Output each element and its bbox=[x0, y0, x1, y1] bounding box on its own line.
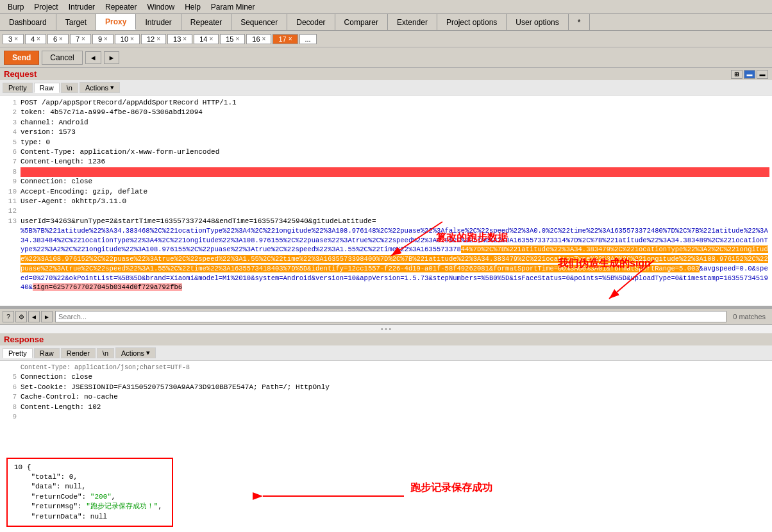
request-editor-tabs: Pretty Raw \n Actions ▾ bbox=[0, 80, 772, 96]
search-bar: ? ⚙ ◄ ► 0 matches bbox=[0, 308, 772, 325]
num-tab-4[interactable]: 4 × bbox=[25, 34, 46, 44]
code-line-4: 4version: 1573 bbox=[3, 128, 769, 137]
code-line-6: 6Content-Type: application/x-www-form-ur… bbox=[3, 147, 769, 157]
top-tab-bar: Dashboard Target Proxy Intruder Repeater… bbox=[0, 14, 772, 31]
num-tab-17[interactable]: 17 × bbox=[273, 34, 298, 44]
tab-decoder[interactable]: Decoder bbox=[287, 14, 335, 30]
nav-back-button[interactable]: ◄ bbox=[85, 51, 101, 64]
code-line-1: 1POST /app/appSportRecord/appAddSportRec… bbox=[3, 98, 769, 108]
tab-extender[interactable]: Extender bbox=[388, 14, 437, 30]
code-line-2: 2token: 4b57c71a-a999-4fbe-8670-5306abd1… bbox=[3, 108, 769, 117]
tab-user-options[interactable]: User options bbox=[507, 14, 568, 30]
cancel-button[interactable]: Cancel bbox=[42, 51, 82, 65]
request-code-area[interactable]: 1POST /app/appSportRecord/appAddSportRec… bbox=[0, 96, 772, 306]
num-tab-7[interactable]: 7 × bbox=[70, 34, 91, 44]
code-line-9: 9Connection: close bbox=[3, 177, 769, 187]
request-tab-newline[interactable]: \n bbox=[61, 83, 78, 93]
view-bottom-icon[interactable]: ▬ bbox=[757, 70, 768, 79]
tab-proxy[interactable]: Proxy bbox=[96, 14, 136, 30]
resp-line-0: Content-Type: application/json;charset=U… bbox=[3, 363, 769, 372]
resp-line-3: 7Cache-Control: no-cache bbox=[3, 392, 769, 402]
send-button[interactable]: Send bbox=[4, 51, 39, 65]
menu-burp[interactable]: Burp bbox=[3, 1, 29, 13]
tab-dashboard[interactable]: Dashboard bbox=[0, 14, 56, 30]
view-single-icon[interactable]: ▬ bbox=[744, 70, 755, 79]
num-tab-16[interactable]: 16 × bbox=[246, 34, 271, 44]
request-panel-header: Request ⊞ ▬ ▬ bbox=[0, 68, 772, 80]
code-line-7: 7Content-Length: 1236 bbox=[3, 157, 769, 167]
code-line-5: 5type: 0 bbox=[3, 138, 769, 147]
resp-line-5: 9 bbox=[3, 412, 769, 422]
response-tab-pretty[interactable]: Pretty bbox=[3, 348, 33, 358]
num-tab-13[interactable]: 13 × bbox=[167, 34, 192, 44]
menu-project[interactable]: Project bbox=[29, 1, 63, 13]
resp-line-2: 6Set-Cookie: JSESSIONID=FA315052075730A9… bbox=[3, 383, 769, 392]
json-response-box: 10 { "total": 0, "data": null, "returnCo… bbox=[6, 458, 173, 527]
toolbar: Send Cancel ◄ ► bbox=[0, 47, 772, 68]
resp-line-4: 8Content-Length: 102 bbox=[3, 403, 769, 412]
response-panel-header: Response bbox=[0, 333, 772, 345]
json-line-10: 10 { bbox=[14, 463, 165, 472]
menu-help[interactable]: Help bbox=[180, 1, 206, 13]
menubar: Burp Project Intruder Repeater Window He… bbox=[0, 0, 772, 14]
code-line-10: 10Accept-Encoding: gzip, deflate bbox=[3, 187, 769, 197]
code-line-12: 12 bbox=[3, 206, 769, 216]
tab-intruder[interactable]: Intruder bbox=[136, 14, 181, 30]
num-tab-12[interactable]: 12 × bbox=[141, 34, 166, 44]
num-tab-3[interactable]: 3 × bbox=[3, 34, 24, 44]
response-tab-newline[interactable]: \n bbox=[97, 348, 114, 358]
search-input[interactable] bbox=[55, 311, 726, 322]
code-line-3: 3channel: Android bbox=[3, 118, 769, 128]
code-line-13: 13userId=34263&runType=2&startTime=16355… bbox=[3, 217, 769, 226]
code-line-14: %5B%7B%221atitude%22%3A34.383468%2C%221o… bbox=[3, 226, 769, 292]
response-code-area[interactable]: Content-Type: application/json;charset=U… bbox=[0, 361, 772, 532]
match-count: 0 matches bbox=[729, 313, 769, 320]
view-icons: ⊞ ▬ ▬ bbox=[731, 70, 768, 79]
request-tab-raw[interactable]: Raw bbox=[34, 83, 60, 93]
num-tab-6[interactable]: 6 × bbox=[47, 34, 69, 44]
tab-project-options[interactable]: Project options bbox=[437, 14, 507, 30]
divider: • • • bbox=[0, 325, 772, 333]
num-tab-14[interactable]: 14 × bbox=[194, 34, 219, 44]
request-panel: Request ⊞ ▬ ▬ Pretty Raw \n Actions ▾ 1P… bbox=[0, 68, 772, 308]
num-tab-bar: 3 × 4 × 6 × 7 × 9 × 10 × 12 × 13 × 14 × … bbox=[0, 31, 772, 47]
nav-forward-button[interactable]: ► bbox=[104, 51, 120, 64]
response-panel: Response Pretty Raw Render \n Actions ▾ … bbox=[0, 333, 772, 532]
json-line-14: "returnMsg": "跑步记录保存成功！", bbox=[14, 502, 165, 511]
menu-window[interactable]: Window bbox=[142, 1, 180, 13]
request-title: Request bbox=[4, 69, 37, 79]
tab-target[interactable]: Target bbox=[56, 14, 96, 30]
view-split-icon[interactable]: ⊞ bbox=[731, 70, 743, 79]
num-tab-9[interactable]: 9 × bbox=[92, 34, 113, 44]
json-line-13: "returnCode": "200", bbox=[14, 492, 165, 502]
menu-intruder[interactable]: Intruder bbox=[63, 1, 100, 13]
help-icon-button[interactable]: ? bbox=[3, 311, 14, 322]
response-tab-render[interactable]: Render bbox=[61, 348, 96, 358]
settings-icon-button[interactable]: ⚙ bbox=[15, 311, 27, 322]
response-actions-button[interactable]: Actions ▾ bbox=[115, 347, 156, 358]
response-tab-raw[interactable]: Raw bbox=[34, 348, 60, 358]
tab-star[interactable]: * bbox=[569, 14, 591, 30]
num-tab-15[interactable]: 15 × bbox=[220, 34, 245, 44]
code-line-11: 11User-Agent: okhttp/3.11.0 bbox=[3, 197, 769, 206]
search-icons: ? ⚙ ◄ ► bbox=[3, 311, 53, 322]
tab-sequencer[interactable]: Sequencer bbox=[231, 14, 287, 30]
json-line-11: "total": 0, bbox=[14, 472, 165, 482]
response-editor-tabs: Pretty Raw Render \n Actions ▾ bbox=[0, 345, 772, 361]
request-tab-pretty[interactable]: Pretty bbox=[3, 83, 33, 93]
nav-forward-search-button[interactable]: ► bbox=[41, 311, 53, 322]
nav-back-search-button[interactable]: ◄ bbox=[28, 311, 40, 322]
code-line-8: 8 bbox=[3, 167, 769, 177]
menu-repeater[interactable]: Repeater bbox=[100, 1, 142, 13]
tab-repeater[interactable]: Repeater bbox=[181, 14, 231, 30]
num-tab-dots[interactable]: ... bbox=[299, 34, 317, 44]
num-tab-10[interactable]: 10 × bbox=[115, 34, 140, 44]
menu-param-miner[interactable]: Param Miner bbox=[206, 1, 260, 13]
resp-line-1: 5Connection: close bbox=[3, 372, 769, 382]
tab-comparer[interactable]: Comparer bbox=[335, 14, 388, 30]
response-title: Response bbox=[4, 335, 44, 344]
json-line-12: "data": null, bbox=[14, 482, 165, 492]
json-line-15: "returnData": null bbox=[14, 512, 165, 522]
request-actions-button[interactable]: Actions ▾ bbox=[80, 82, 120, 93]
